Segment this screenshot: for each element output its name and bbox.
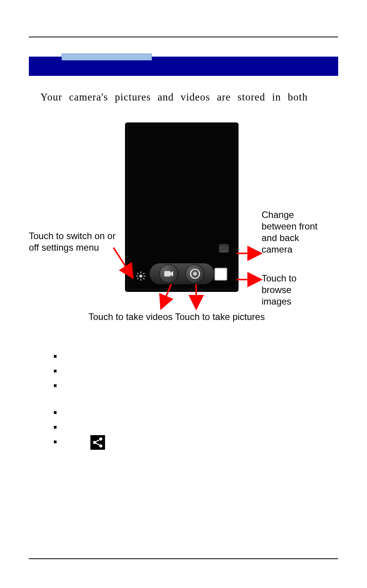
list-item [54,350,338,364]
video-icon[interactable] [159,264,178,283]
callout-settings: Touch to switch on or off settings menu [29,230,125,253]
list-item [54,379,338,406]
share-icon [90,435,105,450]
intro-text: Your camera's pictures and videos are st… [29,91,338,103]
bullet-list [54,350,338,450]
phone-frame [125,122,239,292]
horizontal-rule-bottom [29,558,338,559]
svg-line-21 [96,440,100,442]
svg-rect-3 [140,279,141,281]
list-item [54,364,338,379]
svg-rect-4 [136,276,138,276]
svg-line-22 [96,443,100,445]
svg-rect-8 [137,278,139,280]
list-item [54,406,338,420]
list-item [54,435,338,450]
svg-rect-7 [143,273,145,275]
svg-rect-5 [143,276,145,276]
control-pill [149,263,215,285]
svg-point-12 [193,272,197,276]
svg-rect-2 [140,271,141,273]
svg-point-1 [139,275,142,278]
svg-point-0 [223,248,225,250]
section-title-bar [29,57,338,76]
phone-screen [127,125,236,290]
callout-change-camera: Change between front and back camera [262,209,319,255]
svg-rect-6 [137,273,139,275]
svg-rect-10 [164,271,170,276]
callout-browse-images: Touch to browse images [262,273,319,307]
callout-take-pictures: Touch to take pictures [175,311,283,323]
camera-bottom-bar [131,261,233,286]
shutter-icon[interactable] [185,264,205,283]
thumbnail-icon[interactable] [214,268,227,281]
camera-diagram: Touch to switch on or off settings menu … [29,122,337,327]
switch-camera-icon[interactable] [219,244,229,253]
title-tab [62,54,152,60]
list-item [54,420,338,435]
gear-icon[interactable] [136,271,145,281]
svg-rect-9 [143,278,145,280]
horizontal-rule-top [29,37,338,37]
